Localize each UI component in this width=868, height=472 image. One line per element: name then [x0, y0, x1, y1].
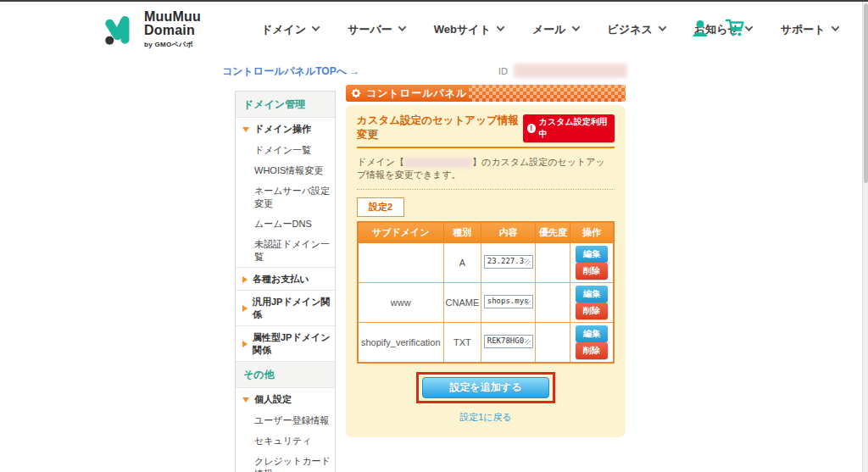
red-annotation-box: 設定を追加する: [416, 372, 555, 403]
panel-title-row: カスタム設定のセットアップ情報変更 ! カスタム設定利用中: [357, 114, 615, 148]
nav-label: Webサイト: [434, 22, 491, 37]
control-panel-title: コントロールパネル: [366, 86, 467, 101]
id-redacted-value: [514, 64, 627, 78]
content-textarea[interactable]: REK78HG0: [484, 335, 533, 348]
header-type: 種別: [443, 222, 481, 243]
nav-item-mail[interactable]: メール: [532, 22, 579, 37]
cell-content: shops.mys: [481, 283, 536, 323]
nav-item-website[interactable]: Webサイト: [434, 22, 504, 37]
delete-button[interactable]: 削除: [576, 342, 608, 359]
cell-subdomain: [358, 243, 443, 283]
delete-button[interactable]: 削除: [576, 263, 608, 280]
sidebar-item-generic-jp[interactable]: 汎用JPドメイン関係: [236, 291, 335, 326]
add-setting-button[interactable]: 設定を追加する: [422, 377, 549, 398]
table-row: A 23.227.3 編集削除: [358, 243, 614, 283]
sidebar-item-payments[interactable]: 各種お支払い: [236, 268, 335, 291]
muumuu-logo[interactable]: MuuMuu Domain by GMOペパボ: [103, 10, 201, 49]
exclamation-icon: !: [527, 124, 536, 133]
edit-button[interactable]: 編集: [576, 246, 608, 263]
table-header-row: サブドメイン 種別 内容 優先度 操作: [358, 222, 614, 243]
sidebar: ドメイン管理 ドメイン操作 ドメイン一覧 WHOIS情報変更 ネームサーバ設定変…: [235, 91, 336, 472]
sidebar-item-unverified-domains[interactable]: 未認証ドメイン一覧: [236, 234, 335, 268]
nav-item-server[interactable]: サーバー: [348, 22, 405, 37]
nav-item-domain[interactable]: ドメイン: [261, 22, 319, 37]
add-button-area: 設定を追加する: [357, 372, 615, 403]
control-panel-bar: コントロールパネル: [346, 85, 626, 102]
sidebar-item-label: 汎用JPドメイン関係: [253, 296, 331, 321]
nav-label: サポート: [781, 22, 826, 37]
cell-priority: [536, 323, 570, 364]
nav-label: ドメイン: [261, 22, 306, 37]
nav-label: メール: [532, 22, 566, 37]
gear-icon: [350, 87, 362, 99]
domain-redacted-value: [404, 158, 472, 168]
sidebar-item-nameserver-change[interactable]: ネームサーバ設定変更: [236, 180, 335, 214]
id-label: ID: [498, 66, 508, 76]
nav-item-support[interactable]: サポート: [781, 22, 838, 37]
sidebar-item-attribute-jp[interactable]: 属性型JPドメイン関係: [236, 326, 335, 361]
edit-button[interactable]: 編集: [576, 325, 608, 342]
sidebar-item-whois-change[interactable]: WHOIS情報変更: [236, 160, 335, 180]
sidebar-item-credit-card[interactable]: クレジットカード情報: [236, 451, 335, 472]
sidebar-header-others: その他: [236, 361, 335, 388]
cell-content: REK78HG0: [481, 323, 536, 364]
scrollbar-thumb[interactable]: [864, 3, 868, 183]
nav-item-business[interactable]: ビジネス: [608, 22, 665, 37]
site-header: MuuMuu Domain by GMOペパボ ドメイン サーバー Webサイト…: [0, 3, 861, 56]
cell-operation: 編集削除: [570, 243, 614, 283]
triangle-right-icon: [242, 305, 248, 312]
chevron-down-icon: [571, 23, 580, 31]
table-row: www CNAME shops.mys 編集削除: [358, 283, 614, 323]
nav-label: ビジネス: [608, 22, 653, 37]
sidebar-item-domain-list[interactable]: ドメイン一覧: [236, 140, 335, 160]
edit-button[interactable]: 編集: [576, 286, 608, 303]
header-icons: [691, 19, 745, 37]
back-to-setting1-link[interactable]: 設定1に戻る: [357, 411, 615, 424]
content-textarea[interactable]: 23.227.3: [484, 255, 533, 269]
sidebar-item-security[interactable]: セキュリティ: [236, 430, 335, 451]
content-textarea[interactable]: shops.mys: [484, 295, 533, 308]
status-badge-label: カスタム設定利用中: [539, 116, 609, 140]
cell-type: CNAME: [443, 283, 481, 323]
cell-priority: [536, 283, 570, 323]
dotted-separator: [357, 189, 615, 190]
header-operation: 操作: [570, 222, 614, 243]
main-content: コントロールパネル カスタム設定のセットアップ情報変更 ! カスタム設定利用中 …: [346, 85, 626, 437]
cell-operation: 編集削除: [570, 323, 614, 364]
checker-pattern: [469, 85, 626, 102]
chevron-down-icon: [831, 23, 839, 31]
sidebar-item-personal-settings[interactable]: 個人設定: [236, 388, 335, 410]
muumuu-logo-icon: [103, 10, 137, 47]
sidebar-item-label: ドメイン操作: [254, 123, 311, 136]
header-content: 内容: [481, 222, 536, 243]
page-scrollbar[interactable]: [862, 2, 868, 472]
nav-label: サーバー: [348, 22, 392, 37]
chevron-down-icon: [398, 23, 406, 31]
main-nav: ドメイン サーバー Webサイト メール ビジネス お知らせ サポート: [261, 3, 838, 56]
logo-byline: by GMOペパボ: [144, 40, 201, 49]
triangle-right-icon: [242, 341, 248, 347]
chevron-down-icon: [658, 23, 666, 31]
dns-records-table: サブドメイン 種別 内容 優先度 操作 A 23.227.3 編集削除: [357, 221, 615, 364]
header-priority: 優先度: [536, 222, 570, 243]
cell-subdomain: www: [358, 283, 443, 323]
description-prefix: ドメイン【: [357, 157, 404, 167]
sidebar-item-muumuu-dns[interactable]: ムームーDNS: [236, 214, 335, 234]
status-badge: ! カスタム設定利用中: [523, 114, 615, 142]
control-panel-top-link[interactable]: コントロールパネルTOPへ →: [222, 64, 359, 79]
table-row: shopify_verification TXT REK78HG0 編集削除: [358, 323, 614, 364]
cell-subdomain: shopify_verification: [358, 323, 443, 364]
sidebar-item-user-registration[interactable]: ユーザー登録情報: [236, 410, 335, 430]
cart-icon[interactable]: [725, 19, 745, 37]
sidebar-item-label: 個人設定: [254, 393, 292, 406]
user-icon[interactable]: [691, 19, 709, 37]
sidebar-item-domain-operations[interactable]: ドメイン操作: [236, 118, 335, 140]
cell-operation: 編集削除: [570, 283, 614, 323]
delete-button[interactable]: 削除: [576, 303, 608, 319]
tab-setting-2[interactable]: 設定2: [357, 197, 404, 217]
chevron-down-icon: [497, 23, 505, 31]
sidebar-header-domain-management: ドメイン管理: [236, 92, 335, 118]
page: MuuMuu Domain by GMOペパボ ドメイン サーバー Webサイト…: [0, 0, 868, 472]
chevron-down-icon: [744, 23, 753, 31]
sidebar-item-label: 各種お支払い: [253, 273, 309, 286]
